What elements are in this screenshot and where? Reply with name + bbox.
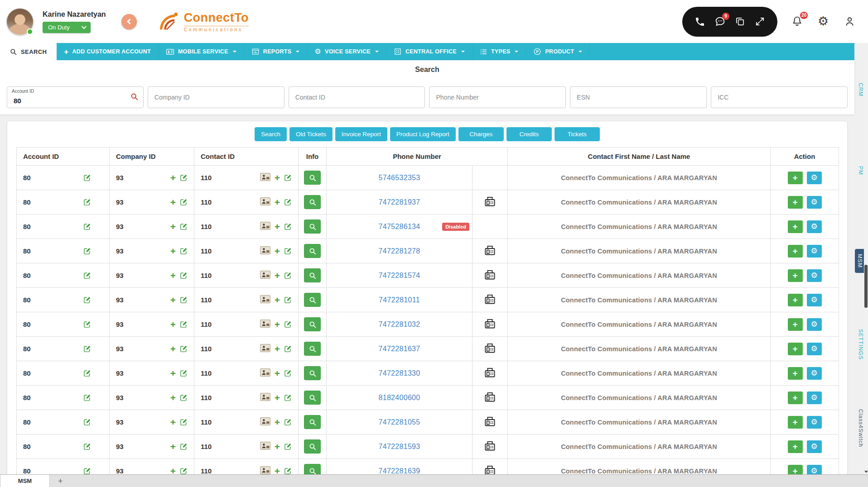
add-company-icon[interactable] bbox=[170, 295, 176, 305]
phone-number-link[interactable]: 7472281574 bbox=[379, 272, 420, 279]
info-button[interactable] bbox=[304, 244, 321, 258]
edit-account-icon[interactable] bbox=[83, 467, 91, 475]
info-button[interactable] bbox=[304, 268, 321, 282]
nav-item-central-office[interactable]: CENTRAL OFFICE bbox=[386, 43, 473, 60]
nav-item-reports[interactable]: REPORTS bbox=[244, 43, 308, 60]
add-company-icon[interactable] bbox=[170, 393, 176, 402]
add-contact-icon[interactable] bbox=[275, 442, 280, 451]
side-tab-settings[interactable]: SETTINGS bbox=[858, 329, 864, 360]
settings-action-button[interactable] bbox=[807, 440, 822, 453]
add-contact-icon[interactable] bbox=[275, 320, 280, 329]
edit-company-icon[interactable] bbox=[180, 394, 188, 401]
edit-contact-icon[interactable] bbox=[284, 223, 292, 230]
add-action-button[interactable] bbox=[788, 294, 803, 306]
info-button[interactable] bbox=[304, 293, 321, 307]
phone-call-button[interactable] bbox=[692, 14, 708, 29]
edit-contact-icon[interactable] bbox=[284, 345, 292, 353]
info-button[interactable] bbox=[304, 439, 321, 454]
duty-status-dropdown[interactable]: On Duty bbox=[43, 22, 91, 33]
edit-account-icon[interactable] bbox=[83, 296, 91, 304]
info-button[interactable] bbox=[304, 415, 321, 429]
phone-number-link[interactable]: 7472281278 bbox=[379, 247, 420, 255]
phone-number-link[interactable]: 7472281937 bbox=[379, 198, 420, 206]
nav-item-add-customer-account[interactable]: ADD CUSTOMER ACCOUNT bbox=[57, 43, 159, 60]
edit-account-icon[interactable] bbox=[83, 320, 91, 328]
info-button[interactable] bbox=[304, 366, 321, 380]
add-contact-icon[interactable] bbox=[275, 344, 280, 353]
scroll-down-icon[interactable] bbox=[864, 471, 868, 473]
add-contact-icon[interactable] bbox=[275, 173, 280, 182]
phone-number-link[interactable]: 7472281330 bbox=[379, 369, 420, 377]
edit-company-icon[interactable] bbox=[180, 198, 188, 206]
info-button[interactable] bbox=[304, 220, 321, 234]
phone-number-link[interactable]: 7472281032 bbox=[379, 320, 420, 328]
notifications-bell-button[interactable]: 20 bbox=[789, 14, 805, 29]
info-button[interactable] bbox=[304, 317, 321, 331]
phone-number-link[interactable]: 7472281637 bbox=[379, 345, 420, 353]
copy-window-button[interactable] bbox=[732, 14, 747, 29]
add-company-icon[interactable] bbox=[170, 344, 176, 353]
info-button[interactable] bbox=[304, 391, 321, 405]
desk-phone-icon[interactable] bbox=[484, 269, 496, 281]
contact-photo-icon[interactable] bbox=[260, 320, 270, 329]
add-contact-icon[interactable] bbox=[275, 295, 280, 305]
edit-account-icon[interactable] bbox=[83, 345, 91, 353]
edit-contact-icon[interactable] bbox=[284, 418, 292, 426]
nav-item-types[interactable]: TYPES bbox=[473, 43, 526, 60]
edit-company-icon[interactable] bbox=[180, 443, 188, 450]
phone-number-link[interactable]: 7472281055 bbox=[379, 418, 420, 426]
search-button[interactable]: Search bbox=[255, 127, 287, 141]
scrollbar-thumb[interactable] bbox=[864, 265, 868, 308]
side-tab-class4switch[interactable]: Class4Switch bbox=[858, 409, 864, 447]
edit-account-icon[interactable] bbox=[83, 272, 91, 279]
add-company-icon[interactable] bbox=[170, 417, 176, 427]
add-company-icon[interactable] bbox=[170, 246, 176, 256]
nav-item-product[interactable]: P PRODUCT bbox=[526, 43, 590, 60]
credits-button[interactable]: Credits bbox=[506, 127, 552, 141]
edit-account-icon[interactable] bbox=[83, 223, 91, 230]
add-action-button[interactable] bbox=[788, 392, 803, 404]
contact-photo-icon[interactable] bbox=[260, 368, 270, 378]
add-contact-icon[interactable] bbox=[275, 271, 280, 280]
edit-company-icon[interactable] bbox=[180, 272, 188, 279]
edit-contact-icon[interactable] bbox=[284, 443, 292, 450]
add-action-button[interactable] bbox=[788, 245, 803, 258]
desk-phone-icon[interactable] bbox=[484, 318, 496, 330]
field-search-icon[interactable] bbox=[130, 93, 138, 102]
contact-photo-icon[interactable] bbox=[260, 295, 270, 305]
phone-number-link[interactable]: 5746532353 bbox=[379, 174, 420, 181]
settings-action-button[interactable] bbox=[807, 172, 822, 184]
edit-company-icon[interactable] bbox=[180, 369, 188, 377]
desk-phone-icon[interactable] bbox=[484, 196, 496, 208]
contact-photo-icon[interactable] bbox=[260, 222, 270, 231]
add-action-button[interactable] bbox=[788, 269, 803, 282]
edit-contact-icon[interactable] bbox=[284, 369, 292, 377]
phone-number-link[interactable]: 7475286134 bbox=[379, 223, 420, 230]
edit-account-icon[interactable] bbox=[83, 443, 91, 450]
phone-number-input[interactable] bbox=[429, 86, 566, 108]
edit-contact-icon[interactable] bbox=[284, 467, 292, 475]
edit-company-icon[interactable] bbox=[180, 296, 188, 304]
add-contact-icon[interactable] bbox=[275, 246, 280, 256]
old-tickets-button[interactable]: Old Tickets bbox=[289, 127, 333, 141]
tickets-button[interactable]: Tickets bbox=[555, 127, 600, 141]
chat-button[interactable]: 9 bbox=[712, 14, 728, 29]
edit-account-icon[interactable] bbox=[83, 247, 91, 255]
contact-photo-icon[interactable] bbox=[260, 417, 270, 427]
invoice-report-button[interactable]: Invoice Report bbox=[335, 127, 387, 141]
edit-contact-icon[interactable] bbox=[284, 174, 292, 181]
add-company-icon[interactable] bbox=[170, 271, 176, 280]
edit-company-icon[interactable] bbox=[180, 418, 188, 426]
side-tab-pm[interactable]: PM bbox=[858, 166, 864, 175]
side-tab-crm[interactable]: CRM bbox=[858, 83, 864, 96]
add-action-button[interactable] bbox=[788, 343, 803, 355]
company-id-input[interactable] bbox=[148, 86, 285, 108]
add-company-icon[interactable] bbox=[170, 320, 176, 329]
nav-tab-search[interactable]: SEARCH bbox=[0, 43, 57, 60]
charges-button[interactable]: Charges bbox=[458, 127, 504, 141]
add-company-icon[interactable] bbox=[170, 197, 176, 207]
nav-item-mobile-service[interactable]: MOBILE SERVICE bbox=[159, 43, 244, 60]
settings-action-button[interactable] bbox=[807, 245, 822, 258]
add-contact-icon[interactable] bbox=[275, 393, 280, 402]
settings-action-button[interactable] bbox=[807, 196, 822, 209]
